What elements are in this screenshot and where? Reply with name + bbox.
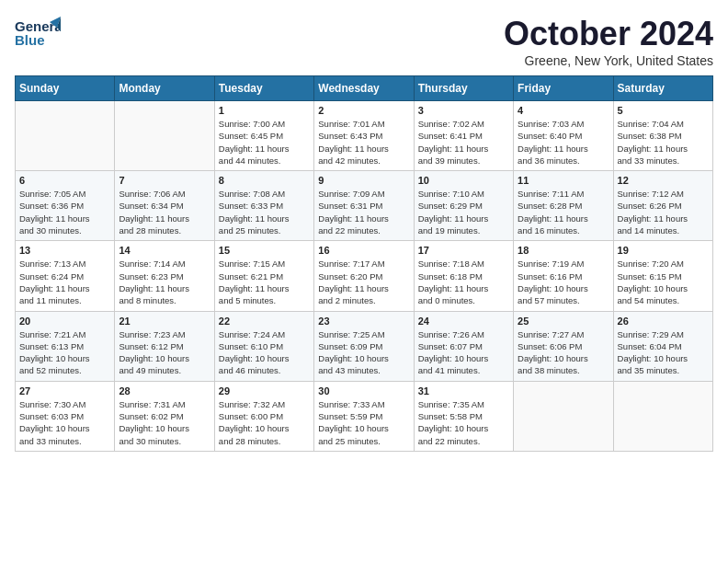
day-info: Sunrise: 7:17 AM Sunset: 6:20 PM Dayligh… bbox=[318, 258, 409, 306]
day-number: 25 bbox=[518, 316, 609, 327]
calendar-body: 1Sunrise: 7:00 AM Sunset: 6:45 PM Daylig… bbox=[16, 101, 713, 452]
day-number: 16 bbox=[318, 245, 409, 256]
day-number: 20 bbox=[19, 316, 110, 327]
day-number: 4 bbox=[518, 105, 609, 116]
calendar-cell: 6Sunrise: 7:05 AM Sunset: 6:36 PM Daylig… bbox=[16, 171, 115, 241]
day-number: 22 bbox=[219, 316, 310, 327]
weekday-header-tuesday: Tuesday bbox=[214, 76, 313, 101]
logo: General Blue bbox=[15, 15, 61, 55]
location: Greene, New York, United States bbox=[504, 53, 713, 68]
day-info: Sunrise: 7:35 AM Sunset: 5:58 PM Dayligh… bbox=[418, 398, 509, 447]
month-title: October 2024 bbox=[504, 15, 713, 53]
calendar-cell: 23Sunrise: 7:25 AM Sunset: 6:09 PM Dayli… bbox=[314, 311, 414, 381]
day-info: Sunrise: 7:14 AM Sunset: 6:23 PM Dayligh… bbox=[119, 258, 210, 306]
calendar-cell: 21Sunrise: 7:23 AM Sunset: 6:12 PM Dayli… bbox=[115, 311, 214, 381]
day-info: Sunrise: 7:33 AM Sunset: 5:59 PM Dayligh… bbox=[318, 398, 409, 447]
day-number: 1 bbox=[219, 105, 310, 116]
calendar-cell: 27Sunrise: 7:30 AM Sunset: 6:03 PM Dayli… bbox=[16, 381, 115, 451]
day-info: Sunrise: 7:25 AM Sunset: 6:09 PM Dayligh… bbox=[318, 328, 409, 377]
day-number: 13 bbox=[19, 245, 110, 256]
day-info: Sunrise: 7:15 AM Sunset: 6:21 PM Dayligh… bbox=[219, 258, 310, 306]
day-number: 26 bbox=[618, 316, 709, 327]
day-info: Sunrise: 7:29 AM Sunset: 6:04 PM Dayligh… bbox=[618, 328, 709, 377]
weekday-header-row: SundayMondayTuesdayWednesdayThursdayFrid… bbox=[16, 76, 713, 101]
calendar-cell: 13Sunrise: 7:13 AM Sunset: 6:24 PM Dayli… bbox=[16, 241, 115, 311]
calendar-cell: 26Sunrise: 7:29 AM Sunset: 6:04 PM Dayli… bbox=[613, 311, 712, 381]
calendar-week-2: 6Sunrise: 7:05 AM Sunset: 6:36 PM Daylig… bbox=[16, 171, 713, 241]
day-info: Sunrise: 7:27 AM Sunset: 6:06 PM Dayligh… bbox=[518, 328, 609, 377]
day-info: Sunrise: 7:21 AM Sunset: 6:13 PM Dayligh… bbox=[19, 328, 110, 377]
calendar-cell bbox=[115, 101, 214, 171]
calendar-cell: 5Sunrise: 7:04 AM Sunset: 6:38 PM Daylig… bbox=[613, 101, 712, 171]
calendar-cell: 29Sunrise: 7:32 AM Sunset: 6:00 PM Dayli… bbox=[214, 381, 313, 451]
day-number: 10 bbox=[418, 175, 509, 186]
day-info: Sunrise: 7:09 AM Sunset: 6:31 PM Dayligh… bbox=[318, 188, 409, 236]
day-info: Sunrise: 7:18 AM Sunset: 6:18 PM Dayligh… bbox=[418, 258, 509, 306]
calendar-cell: 18Sunrise: 7:19 AM Sunset: 6:16 PM Dayli… bbox=[514, 241, 613, 311]
day-number: 9 bbox=[318, 175, 409, 186]
day-number: 18 bbox=[518, 245, 609, 256]
calendar-cell: 14Sunrise: 7:14 AM Sunset: 6:23 PM Dayli… bbox=[115, 241, 214, 311]
calendar-cell: 16Sunrise: 7:17 AM Sunset: 6:20 PM Dayli… bbox=[314, 241, 414, 311]
calendar-cell bbox=[16, 101, 115, 171]
calendar-cell: 4Sunrise: 7:03 AM Sunset: 6:40 PM Daylig… bbox=[514, 101, 613, 171]
calendar-cell: 12Sunrise: 7:12 AM Sunset: 6:26 PM Dayli… bbox=[613, 171, 712, 241]
calendar-cell: 7Sunrise: 7:06 AM Sunset: 6:34 PM Daylig… bbox=[115, 171, 214, 241]
calendar-cell: 11Sunrise: 7:11 AM Sunset: 6:28 PM Dayli… bbox=[514, 171, 613, 241]
svg-text:Blue: Blue bbox=[15, 32, 45, 48]
calendar-cell: 22Sunrise: 7:24 AM Sunset: 6:10 PM Dayli… bbox=[214, 311, 313, 381]
calendar-cell: 28Sunrise: 7:31 AM Sunset: 6:02 PM Dayli… bbox=[115, 381, 214, 451]
weekday-header-friday: Friday bbox=[514, 76, 613, 101]
calendar-cell: 2Sunrise: 7:01 AM Sunset: 6:43 PM Daylig… bbox=[314, 101, 414, 171]
day-number: 15 bbox=[219, 245, 310, 256]
day-number: 8 bbox=[219, 175, 310, 186]
weekday-header-sunday: Sunday bbox=[16, 76, 115, 101]
day-info: Sunrise: 7:11 AM Sunset: 6:28 PM Dayligh… bbox=[518, 188, 609, 236]
day-info: Sunrise: 7:23 AM Sunset: 6:12 PM Dayligh… bbox=[119, 328, 210, 377]
day-number: 7 bbox=[119, 175, 210, 186]
calendar-cell: 17Sunrise: 7:18 AM Sunset: 6:18 PM Dayli… bbox=[414, 241, 513, 311]
calendar-cell: 10Sunrise: 7:10 AM Sunset: 6:29 PM Dayli… bbox=[414, 171, 513, 241]
day-number: 23 bbox=[318, 316, 409, 327]
title-block: October 2024 Greene, New York, United St… bbox=[504, 15, 713, 68]
day-info: Sunrise: 7:20 AM Sunset: 6:15 PM Dayligh… bbox=[618, 258, 709, 306]
day-number: 2 bbox=[318, 105, 409, 116]
calendar-cell: 19Sunrise: 7:20 AM Sunset: 6:15 PM Dayli… bbox=[613, 241, 712, 311]
weekday-header-saturday: Saturday bbox=[613, 76, 712, 101]
day-number: 28 bbox=[119, 385, 210, 396]
calendar-week-4: 20Sunrise: 7:21 AM Sunset: 6:13 PM Dayli… bbox=[16, 311, 713, 381]
logo-icon: General Blue bbox=[15, 15, 61, 52]
day-number: 17 bbox=[418, 245, 509, 256]
calendar-cell: 25Sunrise: 7:27 AM Sunset: 6:06 PM Dayli… bbox=[514, 311, 613, 381]
day-info: Sunrise: 7:30 AM Sunset: 6:03 PM Dayligh… bbox=[19, 398, 110, 447]
calendar-cell bbox=[514, 381, 613, 451]
day-info: Sunrise: 7:31 AM Sunset: 6:02 PM Dayligh… bbox=[119, 398, 210, 447]
calendar-cell: 8Sunrise: 7:08 AM Sunset: 6:33 PM Daylig… bbox=[214, 171, 313, 241]
day-info: Sunrise: 7:26 AM Sunset: 6:07 PM Dayligh… bbox=[418, 328, 509, 377]
day-number: 24 bbox=[418, 316, 509, 327]
day-info: Sunrise: 7:01 AM Sunset: 6:43 PM Dayligh… bbox=[318, 118, 409, 167]
weekday-header-thursday: Thursday bbox=[414, 76, 513, 101]
day-info: Sunrise: 7:05 AM Sunset: 6:36 PM Dayligh… bbox=[19, 188, 110, 236]
calendar-week-5: 27Sunrise: 7:30 AM Sunset: 6:03 PM Dayli… bbox=[16, 381, 713, 451]
day-info: Sunrise: 7:06 AM Sunset: 6:34 PM Dayligh… bbox=[119, 188, 210, 236]
calendar-cell bbox=[613, 381, 712, 451]
calendar-cell: 20Sunrise: 7:21 AM Sunset: 6:13 PM Dayli… bbox=[16, 311, 115, 381]
calendar-cell: 3Sunrise: 7:02 AM Sunset: 6:41 PM Daylig… bbox=[414, 101, 513, 171]
day-info: Sunrise: 7:04 AM Sunset: 6:38 PM Dayligh… bbox=[618, 118, 709, 167]
day-info: Sunrise: 7:32 AM Sunset: 6:00 PM Dayligh… bbox=[219, 398, 310, 447]
day-info: Sunrise: 7:00 AM Sunset: 6:45 PM Dayligh… bbox=[219, 118, 310, 167]
day-info: Sunrise: 7:03 AM Sunset: 6:40 PM Dayligh… bbox=[518, 118, 609, 167]
calendar-cell: 1Sunrise: 7:00 AM Sunset: 6:45 PM Daylig… bbox=[214, 101, 313, 171]
day-number: 31 bbox=[418, 385, 509, 396]
calendar-table: SundayMondayTuesdayWednesdayThursdayFrid… bbox=[15, 75, 713, 452]
calendar-cell: 15Sunrise: 7:15 AM Sunset: 6:21 PM Dayli… bbox=[214, 241, 313, 311]
day-info: Sunrise: 7:13 AM Sunset: 6:24 PM Dayligh… bbox=[19, 258, 110, 306]
calendar-cell: 30Sunrise: 7:33 AM Sunset: 5:59 PM Dayli… bbox=[314, 381, 414, 451]
day-number: 29 bbox=[219, 385, 310, 396]
day-info: Sunrise: 7:08 AM Sunset: 6:33 PM Dayligh… bbox=[219, 188, 310, 236]
calendar-week-3: 13Sunrise: 7:13 AM Sunset: 6:24 PM Dayli… bbox=[16, 241, 713, 311]
day-number: 5 bbox=[618, 105, 709, 116]
day-info: Sunrise: 7:10 AM Sunset: 6:29 PM Dayligh… bbox=[418, 188, 509, 236]
day-number: 21 bbox=[119, 316, 210, 327]
